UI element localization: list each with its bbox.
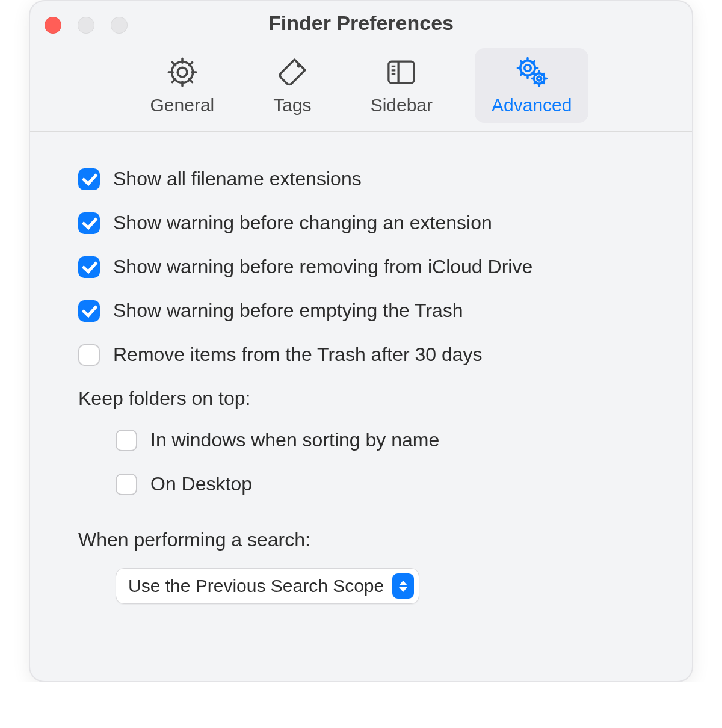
- search-scope-row: Use the Previous Search Scope: [78, 568, 644, 604]
- option-row: Show warning before removing from iCloud…: [78, 256, 644, 278]
- advanced-pane: Show all filename extensions Show warnin…: [30, 132, 692, 646]
- checkbox-folders-top-windows[interactable]: [116, 430, 137, 451]
- minimize-button[interactable]: [78, 17, 94, 34]
- option-label: Show warning before removing from iCloud…: [113, 256, 532, 278]
- svg-point-8: [525, 65, 531, 72]
- option-label: On Desktop: [150, 473, 252, 495]
- option-row: Show warning before emptying the Trash: [78, 300, 644, 322]
- svg-point-10: [537, 76, 542, 81]
- option-row: Show warning before changing an extensio…: [78, 212, 644, 234]
- sidebar-icon: [383, 54, 419, 90]
- option-label: In windows when sorting by name: [150, 429, 439, 451]
- gear-icon: [164, 54, 200, 90]
- option-label: Show warning before emptying the Trash: [113, 300, 463, 322]
- svg-point-1: [171, 62, 193, 83]
- popup-stepper-icon: [392, 573, 414, 599]
- tab-label: Sidebar: [371, 95, 433, 116]
- keep-folders-heading: Keep folders on top:: [78, 387, 644, 410]
- checkbox-show-extensions[interactable]: [78, 168, 100, 190]
- svg-point-2: [297, 64, 300, 67]
- option-label: Show all filename extensions: [113, 168, 362, 190]
- tag-icon: [274, 54, 310, 90]
- tab-label: General: [150, 95, 215, 116]
- traffic-lights: [45, 17, 128, 34]
- zoom-button[interactable]: [111, 17, 128, 34]
- checkbox-warn-empty-trash[interactable]: [78, 300, 100, 322]
- svg-rect-3: [389, 61, 414, 83]
- window-title: Finder Preferences: [30, 11, 692, 35]
- option-row: On Desktop: [78, 473, 644, 495]
- toolbar: General Tags Sidebar: [30, 45, 692, 131]
- preferences-window: Finder Preferences General Tags: [29, 0, 693, 682]
- tab-tags[interactable]: Tags: [256, 48, 328, 123]
- option-row: Show all filename extensions: [78, 168, 644, 190]
- option-label: Show warning before changing an extensio…: [113, 212, 492, 234]
- checkbox-warn-change-extension[interactable]: [78, 212, 100, 234]
- svg-point-0: [177, 67, 187, 77]
- close-button[interactable]: [45, 17, 61, 34]
- checkbox-warn-remove-icloud[interactable]: [78, 256, 100, 278]
- titlebar: Finder Preferences: [30, 1, 692, 45]
- checkbox-folders-top-desktop[interactable]: [116, 474, 137, 495]
- checkbox-auto-remove-trash[interactable]: [78, 344, 100, 366]
- option-row: In windows when sorting by name: [78, 429, 644, 451]
- tab-label: Advanced: [492, 95, 572, 116]
- option-label: Remove items from the Trash after 30 day…: [113, 344, 483, 366]
- tab-sidebar[interactable]: Sidebar: [354, 48, 449, 123]
- search-heading: When performing a search:: [78, 529, 644, 551]
- search-scope-popup[interactable]: Use the Previous Search Scope: [116, 568, 419, 604]
- gears-icon: [514, 54, 550, 90]
- tab-general[interactable]: General: [134, 48, 232, 123]
- popup-selected-label: Use the Previous Search Scope: [128, 576, 392, 596]
- tab-label: Tags: [273, 95, 311, 116]
- option-row: Remove items from the Trash after 30 day…: [78, 344, 644, 366]
- tab-advanced[interactable]: Advanced: [475, 48, 588, 123]
